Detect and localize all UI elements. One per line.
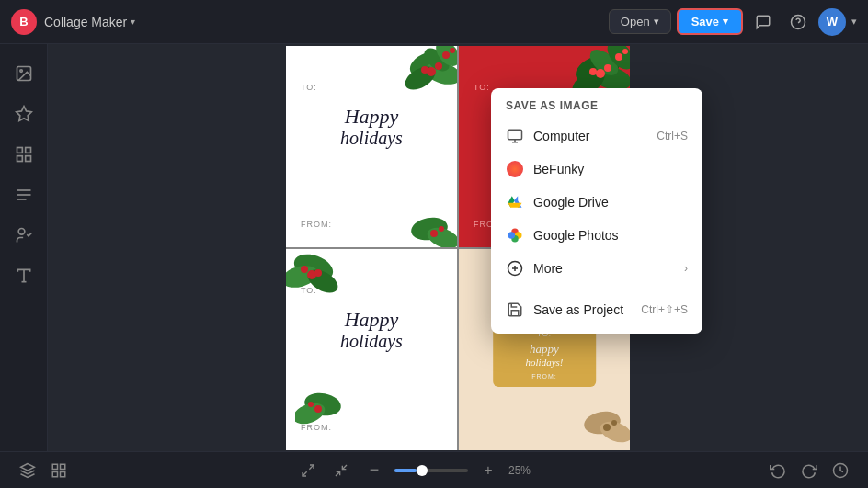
expand-button[interactable] (295, 458, 321, 483)
svg-point-66 (508, 232, 516, 239)
google-photos-icon (506, 226, 524, 244)
save-dropdown-menu: Save as Image Computer Ctrl+S BeFunky (491, 88, 702, 334)
svg-point-37 (615, 53, 622, 61)
save-project-label: Save as Project (533, 302, 623, 317)
undo-button[interactable] (765, 458, 791, 483)
chat-button[interactable] (748, 7, 778, 37)
svg-point-38 (622, 49, 628, 54)
svg-rect-8 (17, 156, 22, 162)
gphotos-label: Google Photos (533, 228, 619, 243)
svg-point-27 (430, 230, 438, 237)
svg-marker-4 (16, 107, 31, 121)
svg-point-21 (421, 66, 428, 74)
bottombar-left (15, 458, 72, 483)
app-name-label: Collage Maker (44, 15, 127, 29)
befunky-label: BeFunky (533, 162, 584, 176)
menu-item-more[interactable]: More › (491, 252, 702, 285)
dropdown-header: Save as Image (491, 96, 702, 119)
svg-point-58 (603, 424, 611, 431)
befunky-icon (506, 160, 524, 178)
canvas-area[interactable]: TO: Happy holidays FROM: (48, 44, 868, 451)
sidebar-btn-layout[interactable] (6, 136, 42, 173)
svg-line-78 (342, 465, 347, 470)
svg-rect-6 (25, 148, 30, 153)
app-title[interactable]: Collage Maker ▾ (44, 15, 135, 29)
menu-divider (491, 289, 702, 289)
sidebar-btn-photos[interactable] (6, 55, 42, 92)
svg-point-43 (301, 266, 308, 273)
menu-item-befunky[interactable]: BeFunky (491, 153, 702, 186)
svg-point-12 (18, 229, 25, 235)
svg-marker-70 (21, 463, 35, 471)
svg-point-44 (314, 269, 322, 277)
svg-rect-5 (17, 148, 22, 153)
sidebar-btn-text-overlay[interactable] (6, 176, 42, 213)
sidebar-btn-group[interactable] (6, 217, 42, 254)
save-chevron: ▾ (723, 16, 728, 28)
zoom-thumb[interactable] (417, 465, 428, 476)
menu-item-computer[interactable]: Computer Ctrl+S (491, 119, 702, 153)
svg-rect-72 (61, 464, 65, 469)
zoom-percent: 25% (508, 464, 542, 477)
collage-cell-3[interactable]: TO: Happy holidays FROM: (286, 249, 457, 450)
menu-item-google-photos[interactable]: Google Photos (491, 219, 702, 252)
bottombar: − + 25% (0, 451, 868, 488)
bottombar-center: − + 25% (79, 458, 758, 483)
cell3-text: Happy holidays (340, 309, 403, 351)
sidebar (0, 44, 48, 451)
svg-rect-74 (52, 471, 57, 476)
svg-point-48 (308, 402, 314, 407)
user-avatar[interactable]: W (818, 8, 846, 36)
svg-point-35 (589, 68, 597, 75)
redo-button[interactable] (796, 458, 822, 483)
plus-icon (506, 259, 524, 278)
history-button[interactable] (828, 458, 853, 483)
svg-rect-71 (52, 464, 57, 469)
help-button[interactable] (783, 7, 813, 37)
monitor-icon (506, 127, 524, 145)
cell4-happy: happy (498, 342, 590, 357)
cell1-text: Happy holidays (340, 106, 403, 148)
cell2-to: TO: (474, 83, 490, 92)
svg-line-75 (309, 465, 314, 470)
open-label: Open (621, 15, 650, 28)
save-project-icon (506, 301, 524, 319)
save-project-shortcut: Ctrl+⇧+S (641, 303, 688, 316)
cell4-from: FROM: (498, 373, 590, 380)
more-chevron-icon: › (684, 262, 688, 275)
cell3-from: FROM: (301, 423, 332, 432)
topbar-actions: Open ▾ Save ▾ W ▾ (609, 7, 857, 37)
svg-point-34 (604, 64, 611, 72)
sidebar-btn-text[interactable] (6, 257, 42, 294)
svg-point-20 (435, 62, 442, 70)
sidebar-btn-effects[interactable] (6, 96, 42, 132)
svg-rect-60 (508, 130, 522, 140)
zoom-slider[interactable] (394, 469, 468, 472)
fit-button[interactable] (328, 458, 354, 483)
svg-point-47 (314, 405, 322, 413)
svg-point-33 (596, 69, 605, 78)
layers-button[interactable] (15, 458, 40, 483)
topbar: B Collage Maker ▾ Open ▾ Save ▾ W ▾ (0, 0, 868, 44)
menu-item-save-project[interactable]: Save as Project Ctrl+⇧+S (491, 293, 702, 326)
svg-point-24 (450, 48, 455, 53)
app-logo[interactable]: B (11, 9, 37, 35)
svg-rect-73 (61, 471, 65, 476)
google-drive-icon (506, 193, 524, 211)
menu-item-google-drive[interactable]: Google Drive (491, 186, 702, 219)
zoom-in-button[interactable]: + (475, 458, 501, 483)
open-button[interactable]: Open ▾ (609, 9, 671, 34)
cell1-to: TO: (301, 83, 317, 92)
collage-cell-1[interactable]: TO: Happy holidays FROM: (286, 46, 457, 247)
grid-button[interactable] (46, 458, 72, 483)
save-button[interactable]: Save ▾ (677, 8, 743, 35)
zoom-out-button[interactable]: − (361, 458, 387, 483)
svg-line-76 (303, 471, 307, 476)
avatar-chevron[interactable]: ▾ (851, 16, 857, 28)
cell3-to: TO: (301, 286, 317, 295)
computer-shortcut: Ctrl+S (657, 130, 688, 142)
main-layout: TO: Happy holidays FROM: (0, 44, 868, 451)
svg-line-77 (336, 471, 340, 476)
save-label: Save (691, 15, 719, 28)
open-chevron: ▾ (654, 16, 659, 28)
